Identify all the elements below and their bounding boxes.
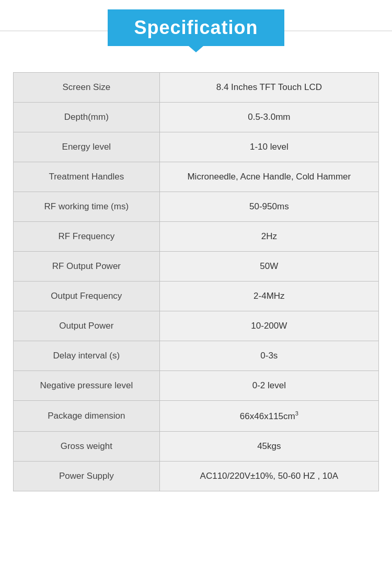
table-row: Gross weight45kgs: [14, 431, 378, 461]
row-label: Power Supply: [14, 461, 159, 491]
specification-table: Screen Size8.4 Inches TFT Touch LCDDepth…: [13, 72, 379, 491]
row-value: 2-4MHz: [159, 282, 378, 311]
row-label: Gross weight: [14, 431, 159, 461]
row-label: Output Power: [14, 311, 159, 341]
row-label: Treatment Handles: [14, 162, 159, 192]
row-label: Screen Size: [14, 73, 159, 103]
row-label: Output Frequency: [14, 282, 159, 311]
row-value: AC110/220V±10%, 50-60 HZ , 10A: [159, 461, 378, 491]
table-row: Output Frequency2-4MHz: [14, 282, 378, 311]
row-label: Package dimension: [14, 401, 159, 432]
page-title: Specification: [108, 9, 284, 46]
row-value: 10-200W: [159, 311, 378, 341]
table-row: Screen Size8.4 Inches TFT Touch LCD: [14, 73, 378, 103]
row-label: RF working time (ms): [14, 192, 159, 222]
row-value: 1-10 level: [159, 132, 378, 162]
row-label: Depth(mm): [14, 103, 159, 132]
table-row: Package dimension66x46x115cm3: [14, 401, 378, 432]
table-row: Power SupplyAC110/220V±10%, 50-60 HZ , 1…: [14, 461, 378, 491]
row-label: Delay interval (s): [14, 341, 159, 371]
table-row: Depth(mm)0.5-3.0mm: [14, 103, 378, 132]
table-row: RF Output Power50W: [14, 252, 378, 282]
table-row: Delay interval (s)0-3s: [14, 341, 378, 371]
row-value: 0.5-3.0mm: [159, 103, 378, 132]
row-label: RF Frequency: [14, 222, 159, 252]
row-value: 66x46x115cm3: [159, 401, 378, 432]
header-section: Specification: [0, 0, 392, 62]
row-label: Negative pressure level: [14, 371, 159, 401]
row-label: Energy level: [14, 132, 159, 162]
table-row: Output Power10-200W: [14, 311, 378, 341]
row-value: 0-2 level: [159, 371, 378, 401]
row-value: 50W: [159, 252, 378, 282]
table-row: Negative pressure level0-2 level: [14, 371, 378, 401]
row-value: 2Hz: [159, 222, 378, 252]
row-value: 45kgs: [159, 431, 378, 461]
table-row: RF Frequency2Hz: [14, 222, 378, 252]
row-value: 8.4 Inches TFT Touch LCD: [159, 73, 378, 103]
row-value: Microneedle, Acne Handle, Cold Hammer: [159, 162, 378, 192]
table-row: RF working time (ms)50-950ms: [14, 192, 378, 222]
table-row: Treatment HandlesMicroneedle, Acne Handl…: [14, 162, 378, 192]
row-value: 0-3s: [159, 341, 378, 371]
row-label: RF Output Power: [14, 252, 159, 282]
row-value: 50-950ms: [159, 192, 378, 222]
table-row: Energy level1-10 level: [14, 132, 378, 162]
